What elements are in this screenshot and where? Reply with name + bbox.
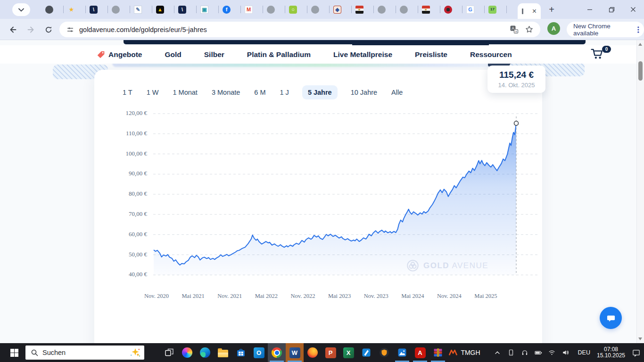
range-button-1-j[interactable]: 1 J [279, 85, 290, 99]
tab-delta-dark[interactable]: ▲ [152, 0, 174, 19]
new-tab-button[interactable]: + [545, 3, 558, 16]
address-bar[interactable]: goldavenue.com/de/goldpreis/eur/5-jahres… [59, 22, 540, 37]
tab-dark-globe[interactable] [41, 0, 64, 19]
range-button-1-t[interactable]: 1 T [122, 85, 133, 99]
back-arrow-icon [8, 25, 17, 34]
tab-egypt-flag[interactable] [418, 0, 440, 19]
profile-avatar[interactable]: A [547, 22, 560, 35]
tab-sparkle[interactable]: ★ [64, 0, 86, 19]
bookmark-star-icon[interactable] [525, 25, 534, 36]
taskbar-app-security[interactable] [375, 343, 393, 362]
taskbar-app-photos[interactable] [393, 343, 411, 362]
taskbar-app-winrar[interactable] [429, 343, 447, 362]
range-button-1-monat[interactable]: 1 Monat [172, 85, 198, 99]
taskbar-app-firefox[interactable] [304, 343, 322, 362]
window-close-button[interactable] [622, 0, 644, 19]
tray-volume-icon[interactable] [561, 348, 570, 357]
tooltip-price: 115,24 € [499, 70, 534, 80]
taskbar-app-powerpoint[interactable]: P [322, 343, 339, 362]
tab-globe[interactable] [307, 0, 330, 19]
tray-phone-icon[interactable] [507, 348, 515, 357]
tab-17track[interactable]: 17 [485, 0, 507, 19]
active-tab-favicon [522, 8, 523, 14]
nav-item-preisliste[interactable]: Preisliste [415, 50, 447, 59]
range-button-alle[interactable]: Alle [390, 85, 404, 99]
nav-item-angebote[interactable]: Angebote [97, 50, 142, 59]
x-axis-tick: Mai 2023 [320, 293, 359, 300]
nav-item-gold[interactable]: Gold [165, 50, 181, 59]
tab-google[interactable]: G [462, 0, 485, 19]
nav-item-ressourcen[interactable]: Ressourcen [470, 50, 512, 59]
tray-chevron-up-icon[interactable] [493, 348, 502, 357]
nav-item-silber[interactable]: Silber [204, 50, 224, 59]
range-button-5-jahre[interactable]: 5 Jahre [302, 85, 338, 99]
tab-globe[interactable] [374, 0, 396, 19]
nav-item-label: Live Metallpreise [333, 50, 392, 59]
taskbar-app-store[interactable] [232, 343, 250, 362]
tray-app-tmgh[interactable]: TMGH [448, 349, 480, 356]
cart-button[interactable]: 0 [590, 47, 611, 64]
tab-globe[interactable] [108, 0, 130, 19]
taskbar-app-acrobat[interactable]: A [411, 343, 429, 362]
scrollbar-up-arrow[interactable] [638, 43, 642, 46]
tab-lime-dot-favicon: ○ [289, 6, 297, 14]
window-minimize-button[interactable] [579, 0, 601, 19]
range-button-10-jahre[interactable]: 10 Jahre [350, 85, 378, 99]
tab-notes[interactable]: ✎ [130, 0, 152, 19]
nav-item-platin-palladium[interactable]: Platin & Palladium [247, 50, 311, 59]
taskbar-app-excel[interactable]: X [339, 343, 357, 362]
taskbar-app-snipping-tool[interactable] [357, 343, 375, 362]
tab-windows-teal[interactable]: ▣ [197, 0, 219, 19]
taskbar-app-copilot[interactable] [178, 343, 196, 362]
taskbar-search[interactable]: Suchen [25, 346, 144, 360]
forward-button[interactable] [25, 25, 36, 35]
site-info-icon[interactable] [66, 25, 74, 34]
scrollbar[interactable] [636, 40, 644, 343]
system-tray: TMGH DEU 07:08 15.10.2025 [448, 343, 640, 362]
taskbar-clock[interactable]: 07:08 15.10.2025 [595, 346, 627, 359]
action-center-button[interactable] [632, 348, 640, 357]
chevron-down-icon [18, 8, 24, 12]
keyboard-language[interactable]: DEU [578, 349, 590, 356]
chat-widget-button[interactable] [600, 307, 622, 329]
active-tab[interactable]: × [518, 3, 541, 19]
tab-stamp[interactable]: ◆ [330, 0, 352, 19]
firefox-icon [307, 347, 318, 358]
range-button-6-m[interactable]: 6 M [253, 85, 266, 99]
tab-globe[interactable] [263, 0, 285, 19]
tray-wifi-icon[interactable] [548, 348, 556, 357]
tab-sparkle-favicon: ★ [67, 6, 75, 14]
window-restore-button[interactable] [601, 0, 622, 19]
taskbar-app-file-explorer[interactable] [214, 343, 232, 362]
translate-icon[interactable]: Aa [510, 25, 519, 36]
tray-headset-icon[interactable] [520, 348, 529, 357]
scrollbar-thumb[interactable] [638, 61, 643, 81]
range-button-3-monate[interactable]: 3 Monate [211, 85, 241, 99]
taskbar-app-outlook[interactable]: O [250, 343, 268, 362]
tab-egypt-flag[interactable] [352, 0, 374, 19]
tab-globe[interactable] [396, 0, 418, 19]
tab-search-button[interactable] [12, 3, 30, 16]
tab-navy-slash[interactable]: \ [86, 0, 108, 19]
taskbar-app-edge[interactable] [196, 343, 214, 362]
tab-close-icon[interactable]: × [532, 8, 537, 15]
tab-gmail[interactable]: M [241, 0, 263, 19]
taskbar-app-word[interactable]: W [286, 343, 304, 362]
scrollbar-down-arrow[interactable] [638, 337, 642, 340]
range-button-1-w[interactable]: 1 W [146, 85, 160, 99]
tab-navy-slash[interactable]: \ [174, 0, 197, 19]
tab-roundel[interactable] [440, 0, 462, 19]
back-button[interactable] [8, 25, 18, 35]
menu-dots-icon[interactable] [637, 26, 639, 33]
tab-lime-dot[interactable]: ○ [285, 0, 307, 19]
reload-button[interactable] [43, 25, 54, 35]
taskbar-app-task-view[interactable] [160, 343, 178, 362]
tray-battery-icon[interactable] [534, 348, 543, 357]
nav-item-label: Silber [204, 50, 224, 59]
tab-facebook[interactable]: f [219, 0, 241, 19]
nav-item-live-metallpreise[interactable]: Live Metallpreise [333, 50, 392, 59]
chrome-update-button[interactable]: New Chrome available [567, 22, 644, 37]
notification-icon [632, 349, 640, 357]
taskbar-app-chrome[interactable] [268, 343, 286, 362]
start-button[interactable] [5, 343, 24, 362]
